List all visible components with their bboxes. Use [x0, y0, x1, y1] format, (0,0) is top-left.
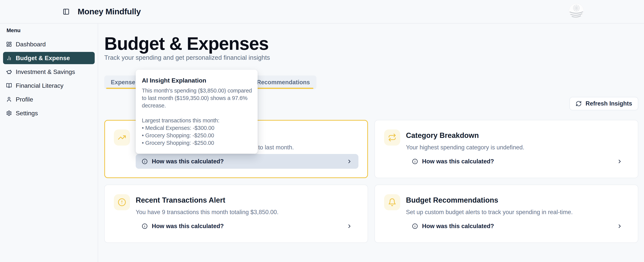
sidebar-item-dashboard[interactable]: Dashboard: [3, 38, 95, 50]
how-calculated-link[interactable]: How was this calculated?: [136, 219, 358, 234]
sidebar-item-label: Budget & Expense: [16, 55, 70, 62]
how-calculated-label: How was this calculated?: [422, 223, 494, 230]
panel-left-icon: [63, 8, 70, 15]
card-budget-recommendations: Budget Recommendations Set up custom bud…: [374, 185, 638, 243]
repeat-icon: [384, 129, 400, 146]
card-recent-transactions-alert: Recent Transactions Alert You have 9 tra…: [104, 185, 368, 243]
card-title: Budget Recommendations: [406, 196, 629, 205]
popover-body: This month's spending ($3,850.00) compar…: [142, 87, 252, 147]
popover-line: This month's spending ($3,850.00) compar…: [142, 87, 252, 94]
popover-title: AI Insight Explanation: [142, 77, 252, 84]
ai-insight-explanation-popover: AI Insight Explanation This month's spen…: [136, 70, 258, 154]
refresh-insights-label: Refresh Insights: [586, 100, 632, 107]
card-description: Your highest spending category is undefi…: [406, 144, 629, 151]
card-description: Set up custom budget alerts to track you…: [406, 208, 629, 216]
card-description: You have 9 transactions this month total…: [136, 208, 358, 216]
card-title: Recent Transactions Alert: [136, 196, 358, 205]
how-calculated-link[interactable]: How was this calculated?: [406, 154, 629, 169]
trending-up-icon: [114, 129, 130, 146]
popover-line: [142, 109, 252, 117]
how-calculated-link[interactable]: How was this calculated?: [136, 154, 358, 169]
how-calculated-label: How was this calculated?: [152, 223, 224, 230]
page-subtitle: Track your spending and get personalized…: [104, 54, 638, 61]
sidebar-item-profile[interactable]: Profile: [3, 93, 95, 106]
layout-dashboard-icon: [6, 41, 12, 47]
sidebar-item-label: Investment & Savings: [16, 68, 75, 75]
card-category-breakdown: Category Breakdown Your highest spending…: [374, 120, 638, 178]
info-icon: [412, 159, 418, 164]
card-title: Category Breakdown: [406, 131, 629, 140]
sidebar-item-budget-expense[interactable]: Budget & Expense: [3, 52, 95, 64]
sidebar-item-label: Financial Literacy: [16, 82, 64, 89]
avatar[interactable]: [569, 3, 584, 18]
card-description: to last month.: [258, 144, 358, 151]
sidebar-item-settings[interactable]: Settings: [3, 107, 95, 119]
piggy-bank-icon: [6, 69, 12, 75]
sidebar: Menu Dashboard Budget & Expense Investme…: [0, 23, 98, 262]
alert-circle-icon: [114, 194, 130, 210]
how-calculated-link[interactable]: How was this calculated?: [406, 219, 629, 234]
sidebar-toggle-button[interactable]: [62, 7, 70, 16]
sidebar-item-label: Settings: [16, 110, 38, 117]
sidebar-item-financial-literacy[interactable]: Financial Literacy: [3, 79, 95, 92]
how-calculated-label: How was this calculated?: [422, 158, 494, 165]
info-icon: [412, 223, 418, 229]
sidebar-item-label: Dashboard: [16, 41, 46, 48]
page-title: Budget & Expenses: [104, 34, 638, 53]
app-header: Money Mindfully: [0, 0, 644, 23]
how-calculated-label: How was this calculated?: [152, 158, 224, 165]
popover-line: • Grocery Shopping: -$250.00: [142, 132, 252, 139]
gear-icon: [6, 110, 12, 116]
refresh-insights-button[interactable]: Refresh Insights: [570, 97, 638, 110]
info-icon: [142, 159, 148, 164]
chevron-right-icon: [617, 223, 622, 229]
sidebar-item-investment-savings[interactable]: Investment & Savings: [3, 66, 95, 78]
popover-line: • Medical Expenses: -$300.00: [142, 124, 252, 132]
info-icon: [142, 223, 148, 229]
popover-line: • Grocery Shopping: -$250.00: [142, 139, 252, 147]
bar-chart-icon: [6, 55, 12, 61]
chevron-right-icon: [346, 223, 352, 229]
menu-label: Menu: [6, 27, 95, 33]
app-title: Money Mindfully: [78, 7, 141, 16]
bell-icon: [384, 194, 400, 210]
refresh-icon: [576, 101, 582, 107]
user-icon: [6, 96, 12, 102]
chevron-right-icon: [617, 159, 622, 164]
popover-line: Largest transactions this month:: [142, 117, 252, 124]
popover-line: decrease.: [142, 102, 252, 109]
popover-line: to last month ($159,350.00) shows a 97.6…: [142, 94, 252, 102]
book-open-icon: [6, 83, 12, 88]
chevron-right-icon: [346, 159, 352, 164]
sidebar-item-label: Profile: [16, 96, 33, 103]
